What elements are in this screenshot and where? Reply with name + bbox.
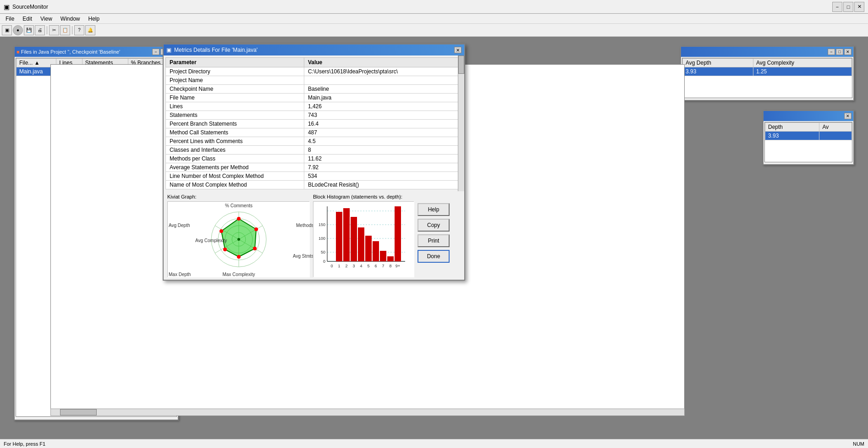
cell-avg-complexity: 1.25	[753, 67, 852, 76]
scrollbar-thumb[interactable]	[60, 409, 97, 415]
metrics-row: Checkpoint NameBaseline	[166, 85, 462, 94]
svg-text:6: 6	[374, 264, 377, 268]
metrics-row: Statements743	[166, 111, 462, 120]
metrics-param: File Name	[166, 94, 304, 102]
right-window2: ✕ Depth Av 3.93	[763, 110, 854, 165]
right-window2-close[interactable]: ✕	[844, 113, 852, 119]
svg-text:Avg Depth: Avg Depth	[169, 223, 190, 228]
metrics-param: Percent Lines with Comments	[166, 137, 304, 146]
svg-point-16	[223, 248, 227, 251]
right-table2: Depth Av 3.93	[765, 122, 852, 140]
svg-text:4: 4	[360, 264, 362, 268]
svg-text:1: 1	[338, 264, 340, 268]
metrics-value: 11.62	[304, 155, 462, 163]
menu-edit[interactable]: Edit	[19, 15, 36, 23]
right-table: Avg Depth Avg Complexity 3.93 1.25	[682, 58, 852, 76]
right-window: − □ ✕ Avg Depth Avg Complexity 3.93 1.25	[680, 46, 854, 101]
toolbar-separator	[47, 26, 47, 34]
minimize-button[interactable]: −	[832, 2, 842, 12]
maximize-button[interactable]: □	[843, 2, 853, 12]
svg-text:0: 0	[323, 259, 325, 264]
svg-text:100: 100	[319, 236, 325, 241]
modal-scrollbar[interactable]	[458, 55, 464, 191]
modal-title: Metrics Details For File 'Main.java'	[174, 47, 258, 53]
right-table-row[interactable]: 3.93 1.25	[683, 67, 852, 76]
modal-close-button[interactable]: ✕	[454, 47, 461, 53]
menu-bar: File Edit View Window Help	[0, 14, 868, 24]
close-button[interactable]: ✕	[854, 2, 864, 12]
metrics-row: Line Number of Most Complex Method534	[166, 172, 462, 181]
metrics-row: Lines1,426	[166, 102, 462, 111]
metrics-param: Classes and Interfaces	[166, 146, 304, 155]
menu-file[interactable]: File	[2, 15, 18, 23]
status-right: NUM	[853, 441, 864, 447]
modal-scrollbar-thumb[interactable]	[458, 55, 464, 74]
svg-point-12	[237, 217, 241, 221]
right-window2-titlebar: ✕	[764, 111, 853, 121]
metrics-param: Average Statements per Method	[166, 163, 304, 172]
metrics-row: Project Name	[166, 76, 462, 85]
metrics-row: Method Call Statements487	[166, 128, 462, 137]
metrics-row: Classes and Interfaces8	[166, 146, 462, 155]
metrics-param: Percent Branch Statements	[166, 120, 304, 128]
toolbar-bell[interactable]: 🔔	[85, 25, 95, 35]
toolbar-copy[interactable]: 📋	[60, 25, 70, 35]
menu-view[interactable]: View	[37, 15, 56, 23]
toolbar-open-circle[interactable]: ●	[13, 25, 23, 35]
metrics-table: Parameter Value Project DirectoryC:\User…	[165, 57, 462, 189]
toolbar-cut[interactable]: ✂	[49, 25, 59, 35]
dialog-buttons: Help Copy Print Done	[418, 194, 450, 265]
app-title: SourceMonitor	[12, 4, 48, 10]
help-button[interactable]: Help	[418, 203, 450, 216]
toolbar: ▣ ● 💾 🖨 ✂ 📋 ? 🔔	[0, 24, 868, 37]
svg-text:% Comments: % Comments	[225, 203, 253, 208]
files-window-minimize[interactable]: −	[152, 49, 159, 55]
status-left: For Help, press F1	[4, 441, 45, 447]
col-av2[interactable]: Av	[819, 123, 852, 132]
metrics-value: 7.92	[304, 163, 462, 172]
toolbar-save[interactable]: 💾	[24, 25, 34, 35]
menu-window[interactable]: Window	[57, 15, 84, 23]
done-button[interactable]: Done	[418, 250, 450, 263]
col-avg-complexity[interactable]: Avg Complexity	[753, 59, 852, 67]
right-window-minimize[interactable]: −	[828, 49, 835, 55]
cell-av2	[819, 132, 852, 140]
metrics-param: Project Directory	[166, 67, 304, 76]
svg-text:Max Depth: Max Depth	[169, 272, 191, 277]
right-window-titlebar: − □ ✕	[681, 47, 853, 57]
svg-rect-43	[365, 236, 372, 261]
svg-point-18	[237, 238, 240, 241]
status-bar: For Help, press F1 NUM	[0, 439, 868, 448]
metrics-row: File NameMain.java	[166, 94, 462, 102]
metrics-col-param: Parameter	[166, 58, 304, 67]
right-window-close[interactable]: ✕	[844, 49, 852, 55]
right-window-maximize[interactable]: □	[836, 49, 843, 55]
col-avg-depth[interactable]: Avg Depth	[683, 59, 753, 67]
metrics-value	[304, 76, 462, 85]
toolbar-help[interactable]: ?	[74, 25, 84, 35]
metrics-row: Percent Lines with Comments4.5	[166, 137, 462, 146]
metrics-value: 487	[304, 128, 462, 137]
menu-help[interactable]: Help	[85, 15, 104, 23]
right-table2-row[interactable]: 3.93	[765, 132, 852, 140]
metrics-row: Project DirectoryC:\Users\10618\IdeaProj…	[166, 67, 462, 76]
svg-text:50: 50	[321, 250, 325, 254]
col-depth2[interactable]: Depth	[765, 123, 819, 132]
svg-rect-44	[373, 241, 379, 261]
kiviat-svg: % Comments Methods/Class Avg Stmts/Metho…	[168, 202, 310, 277]
svg-point-15	[237, 255, 241, 259]
metrics-value: BLodeCreat Resisit()	[304, 181, 462, 189]
h-scrollbar[interactable]	[50, 409, 685, 416]
toolbar-print[interactable]: 🖨	[35, 25, 45, 35]
metrics-param: Statements	[166, 111, 304, 120]
print-button[interactable]: Print	[418, 234, 450, 247]
metrics-value: 534	[304, 172, 462, 181]
copy-button[interactable]: Copy	[418, 219, 450, 232]
modal-icon: ▣	[166, 47, 171, 53]
metrics-value: 4.5	[304, 137, 462, 146]
modal-titlebar[interactable]: ▣ Metrics Details For File 'Main.java' ✕	[164, 44, 464, 55]
files-window-titlebar[interactable]: ■ Files in Java Project '', Checkpoint '…	[15, 47, 178, 57]
toolbar-new[interactable]: ▣	[2, 25, 12, 35]
svg-rect-46	[387, 256, 394, 261]
svg-rect-42	[358, 227, 364, 261]
